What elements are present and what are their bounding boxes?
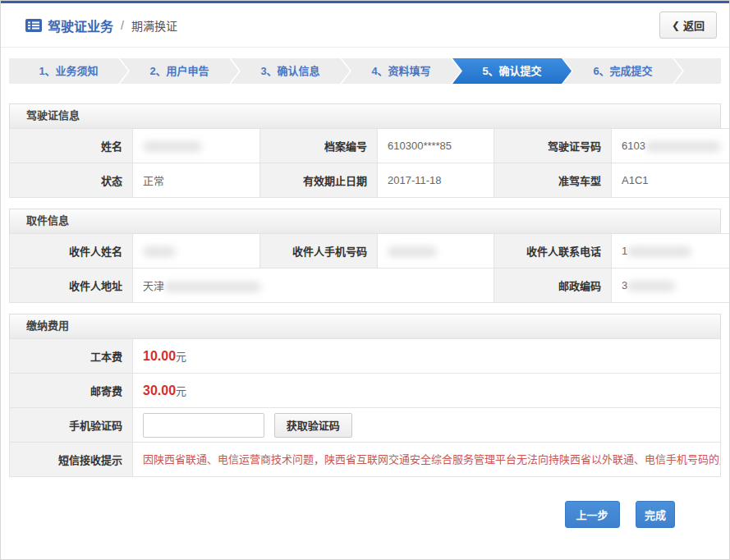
back-button-label: 返回 (683, 17, 705, 33)
fees-section-title: 缴纳费用 (9, 314, 721, 338)
table-row: 收件人姓名 收件人手机号码 收件人联系电话 1 (10, 234, 730, 269)
step-4-fill-materials[interactable]: 4、资料填写 (342, 58, 461, 84)
sms-code-cell: 获取验证码 (133, 408, 721, 443)
postage-fee-label: 邮寄费 (10, 374, 133, 408)
name-value (133, 129, 260, 163)
step-progress-bar: 1、业务须知 2、用户申告 3、确认信息 4、资料填写 5、确认提交 6、完成提… (9, 58, 721, 84)
recipient-name-label: 收件人姓名 (10, 234, 133, 269)
status-value: 正常 (133, 163, 260, 198)
delivery-section-title: 取件信息 (9, 209, 721, 233)
production-fee-amount: 10.00 (143, 349, 176, 363)
production-fee-value: 10.00元 (133, 339, 721, 374)
license-info-table: 姓名 档案编号 610300****85 驾驶证号码 6103 状态 正常 有效… (9, 128, 730, 198)
delivery-info-table: 收件人姓名 收件人手机号码 收件人联系电话 1 收件人地址 天津 邮政编码 3 (9, 233, 730, 303)
table-row: 手机验证码 获取验证码 (10, 408, 721, 443)
postage-fee-amount: 30.00 (143, 383, 176, 397)
license-info-section: 驾驶证信息 姓名 档案编号 610300****85 驾驶证号码 6103 状态… (9, 103, 721, 198)
production-fee-unit: 元 (176, 351, 186, 363)
breadcrumb-separator: / (121, 19, 124, 32)
back-button[interactable]: ❮ 返回 (659, 11, 717, 39)
previous-step-button[interactable]: 上一步 (565, 501, 620, 528)
table-row: 姓名 档案编号 610300****85 驾驶证号码 6103 (10, 129, 730, 163)
postage-fee-value: 30.00元 (133, 374, 721, 408)
file-number-label: 档案编号 (260, 129, 378, 163)
license-number-value: 6103 (612, 129, 730, 163)
breadcrumb: 驾驶证业务 / 期满换证 (25, 16, 177, 35)
sms-notice-label: 短信接收提示 (10, 443, 133, 477)
table-row: 邮寄费 30.00元 (10, 374, 721, 408)
get-sms-code-button[interactable]: 获取验证码 (274, 413, 352, 438)
fees-table: 工本费 10.00元 邮寄费 30.00元 手机验证码 获取验证码 短信接收提 (9, 338, 721, 477)
license-section-title: 驾驶证信息 (9, 103, 721, 128)
redacted-blur (164, 282, 261, 292)
page-header: 驾驶证业务 / 期满换证 ❮ 返回 (1, 3, 729, 48)
license-number-label: 驾驶证号码 (494, 129, 612, 163)
status-label: 状态 (10, 163, 133, 198)
sms-code-input[interactable] (143, 413, 264, 438)
recipient-address-value: 天津 (133, 269, 494, 303)
breadcrumb-current: 期满换证 (131, 17, 177, 34)
expiry-date-label: 有效期止日期 (260, 163, 378, 198)
postal-code-value: 3 (612, 269, 730, 303)
file-number-value: 610300****85 (378, 129, 494, 163)
redacted-blur (627, 281, 675, 291)
redacted-blur (143, 246, 176, 257)
list-form-icon (25, 19, 42, 32)
production-fee-label: 工本费 (10, 339, 133, 374)
postal-code-label: 邮政编码 (494, 269, 612, 303)
recipient-name-value (133, 234, 260, 269)
redacted-blur (388, 246, 437, 257)
redacted-blur (143, 141, 202, 152)
delivery-info-section: 取件信息 收件人姓名 收件人手机号码 收件人联系电话 1 收件人地址 天津 邮政… (9, 209, 721, 303)
step-2-user-declaration[interactable]: 2、用户申告 (120, 58, 239, 84)
page-container: 驾驶证业务 / 期满换证 ❮ 返回 1、业务须知 2、用户申告 3、确认信息 4… (0, 0, 730, 560)
table-row: 工本费 10.00元 (10, 339, 721, 374)
vehicle-class-value: A1C1 (612, 163, 730, 198)
recipient-phone-value: 1 (612, 234, 730, 269)
footer-actions: 上一步 完成 (1, 488, 729, 528)
recipient-phone-label: 收件人联系电话 (494, 234, 612, 269)
fees-section: 缴纳费用 工本费 10.00元 邮寄费 30.00元 手机验证码 获取验证码 (9, 314, 721, 477)
step-5-confirm-submit-active[interactable]: 5、确认提交 (452, 58, 572, 84)
sms-notice-text: 因陕西省联通、电信运营商技术问题，陕西省互联网交通安全综合服务管理平台无法向持陕… (133, 443, 721, 477)
sms-code-label: 手机验证码 (10, 408, 133, 443)
page-title: 驾驶证业务 (48, 16, 113, 35)
name-label: 姓名 (10, 129, 133, 163)
table-row: 短信接收提示 因陕西省联通、电信运营商技术问题，陕西省互联网交通安全综合服务管理… (10, 443, 721, 477)
vehicle-class-label: 准驾车型 (494, 163, 612, 198)
step-1-business-notes[interactable]: 1、业务须知 (9, 58, 128, 84)
finish-button[interactable]: 完成 (636, 501, 675, 528)
step-6-complete-submit[interactable]: 6、完成提交 (563, 58, 682, 84)
step-3-confirm-info[interactable]: 3、确认信息 (231, 58, 350, 84)
redacted-blur (627, 246, 691, 257)
postage-fee-unit: 元 (176, 385, 186, 397)
table-row: 状态 正常 有效期止日期 2017-11-18 准驾车型 A1C1 (10, 163, 730, 198)
recipient-mobile-label: 收件人手机号码 (260, 234, 378, 269)
chevron-left-icon: ❮ (672, 20, 680, 31)
redacted-blur (645, 141, 721, 152)
recipient-address-label: 收件人地址 (10, 269, 133, 303)
recipient-mobile-value (378, 234, 494, 269)
table-row: 收件人地址 天津 邮政编码 3 (10, 269, 730, 303)
expiry-date-value: 2017-11-18 (378, 163, 494, 198)
